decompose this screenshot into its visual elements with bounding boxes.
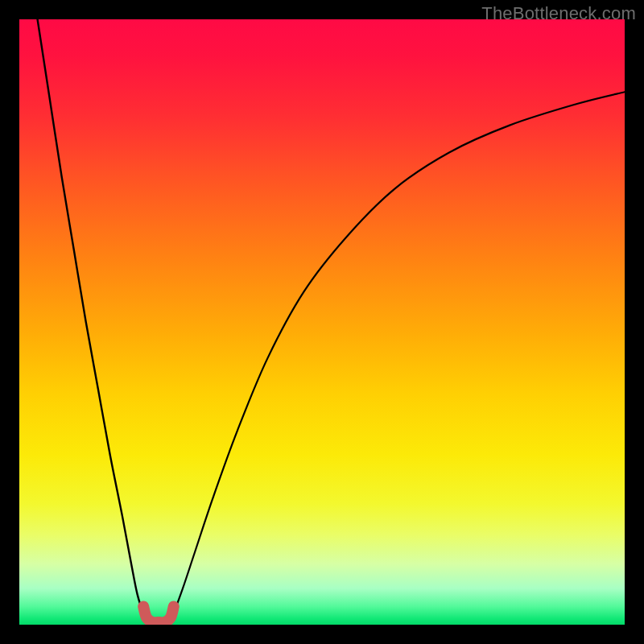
watermark-text: TheBottleneck.com [481,3,636,24]
base-marker-path [143,606,174,622]
curve-left-path [38,19,150,621]
curve-right-path [167,92,625,621]
plot-area [19,19,625,625]
curves-svg [19,19,625,625]
chart-frame: TheBottleneck.com [0,0,644,644]
